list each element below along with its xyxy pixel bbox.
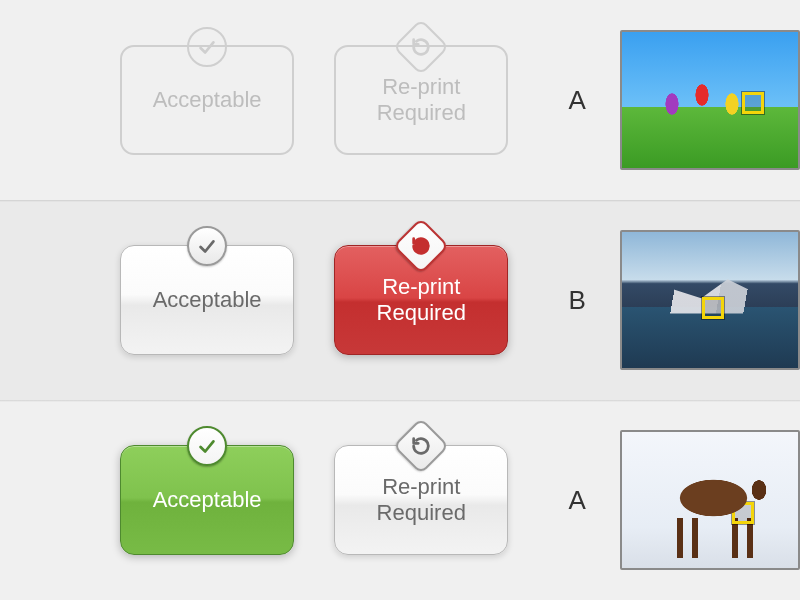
defect-marker <box>702 297 724 319</box>
acceptable-label: Acceptable <box>153 287 262 313</box>
defect-marker <box>732 502 754 524</box>
reload-icon <box>393 19 450 76</box>
reprint-label: Re-print Required <box>377 74 466 127</box>
review-row: Acceptable Re-print Required A <box>0 400 800 600</box>
check-icon <box>187 27 227 67</box>
review-row: Acceptable Re-print Required A <box>0 0 800 200</box>
check-icon <box>187 426 227 466</box>
reprint-label: Re-print Required <box>377 274 466 327</box>
acceptable-button[interactable]: Acceptable <box>120 245 294 355</box>
thumbnail[interactable] <box>620 30 800 170</box>
acceptable-label: Acceptable <box>153 487 262 513</box>
acceptable-button: Acceptable <box>120 45 294 155</box>
reprint-button[interactable]: Re-print Required <box>334 445 508 555</box>
review-row: Acceptable Re-print Required B <box>0 200 800 400</box>
row-label: A <box>548 485 606 516</box>
acceptable-label: Acceptable <box>153 87 262 113</box>
row-label: B <box>548 285 606 316</box>
reload-icon <box>393 218 450 275</box>
acceptable-button[interactable]: Acceptable <box>120 445 294 555</box>
reprint-button: Re-print Required <box>334 45 508 155</box>
thumbnail[interactable] <box>620 430 800 570</box>
row-label: A <box>548 85 606 116</box>
thumbnail[interactable] <box>620 230 800 370</box>
reprint-button[interactable]: Re-print Required <box>334 245 508 355</box>
reprint-label: Re-print Required <box>377 474 466 527</box>
reload-icon <box>393 418 450 475</box>
defect-marker <box>742 92 764 114</box>
check-icon <box>187 226 227 266</box>
